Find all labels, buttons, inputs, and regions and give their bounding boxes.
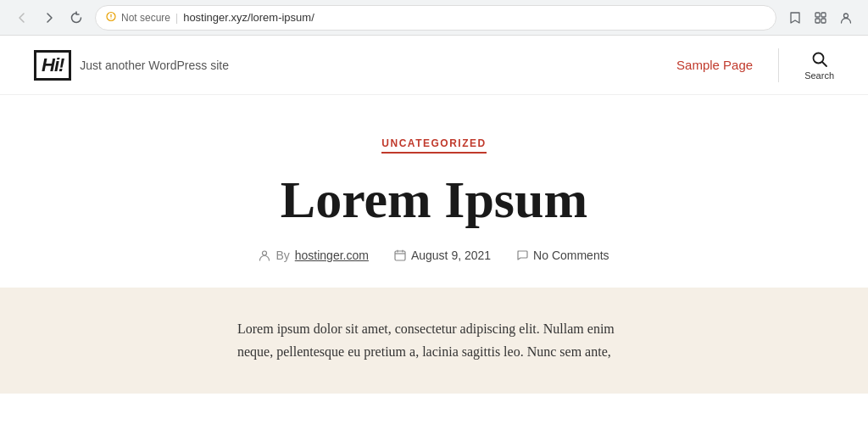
comments-value: No Comments: [533, 249, 609, 262]
search-label: Search: [804, 70, 834, 81]
svg-rect-2: [815, 13, 820, 17]
svg-point-8: [263, 251, 267, 255]
extensions-button[interactable]: [809, 6, 832, 30]
site-header: Hi! Just another WordPress site Sample P…: [0, 36, 868, 95]
meta-comments: No Comments: [516, 249, 609, 262]
calendar-icon: [394, 249, 406, 261]
reload-button[interactable]: [64, 6, 88, 30]
svg-point-6: [844, 14, 849, 18]
meta-author: By hostinger.com: [259, 249, 369, 262]
date-value: August 9, 2021: [411, 249, 491, 262]
search-button[interactable]: Search: [804, 50, 834, 81]
site-tagline: Just another WordPress site: [80, 59, 229, 72]
svg-rect-5: [821, 19, 826, 23]
post-header: UNCATEGORIZED Lorem Ipsum By hostinger.c…: [0, 95, 868, 288]
sample-page-link[interactable]: Sample Page: [676, 58, 753, 72]
svg-rect-9: [395, 251, 405, 260]
svg-rect-3: [821, 13, 826, 17]
site-branding: Hi! Just another WordPress site: [34, 50, 229, 81]
author-icon: [259, 249, 270, 261]
forward-button[interactable]: [37, 6, 61, 30]
nav-buttons: [10, 6, 88, 30]
back-button[interactable]: [10, 6, 34, 30]
comment-icon: [516, 249, 528, 261]
author-label: By: [275, 249, 289, 262]
url-separator: |: [175, 12, 178, 24]
post-title: Lorem Ipsum: [281, 170, 587, 228]
content-paragraph: Lorem ipsum dolor sit amet, consectetur …: [237, 317, 631, 363]
search-icon: [810, 50, 829, 69]
not-secure-label: Not secure: [121, 12, 170, 24]
browser-chrome: Not secure | hostinger.xyz/lorem-ipsum/: [0, 0, 868, 36]
svg-point-1: [110, 18, 111, 19]
svg-rect-4: [815, 19, 820, 23]
meta-date: August 9, 2021: [394, 249, 491, 262]
browser-actions: [783, 6, 858, 30]
bookmark-button[interactable]: [783, 6, 807, 30]
post-content: Lorem ipsum dolor sit amet, consectetur …: [0, 288, 868, 393]
site-logo[interactable]: Hi!: [34, 50, 71, 81]
author-value[interactable]: hostinger.com: [295, 249, 369, 262]
profile-button[interactable]: [834, 6, 858, 30]
security-icon: [106, 11, 116, 25]
address-bar[interactable]: Not secure | hostinger.xyz/lorem-ipsum/: [95, 5, 776, 31]
nav-right: Sample Page Search: [676, 48, 834, 82]
nav-divider: [778, 48, 779, 82]
post-category[interactable]: UNCATEGORIZED: [381, 137, 486, 154]
post-meta: By hostinger.com August 9, 2021 No Comme…: [259, 249, 609, 262]
url-display: hostinger.xyz/lorem-ipsum/: [183, 11, 765, 24]
